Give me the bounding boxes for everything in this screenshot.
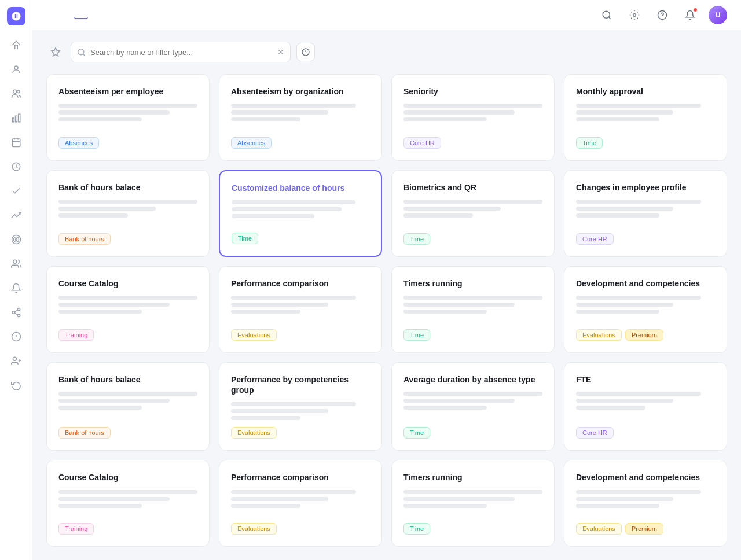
card-course-catalog-2[interactable]: Course CatalogTraining: [46, 460, 210, 547]
topbar-tabs: [58, 11, 88, 19]
card-tag-time[interactable]: Time: [576, 137, 603, 149]
topbar: U: [32, 0, 741, 30]
notification-icon-button[interactable]: [681, 6, 699, 24]
cards-grid: Absenteeism per employeeAbsencesAbsentee…: [46, 74, 727, 547]
card-monthly-approval[interactable]: Monthly approvalTime: [564, 74, 727, 161]
card-title: Absenteeism per employee: [58, 86, 197, 97]
card-timers-running-2[interactable]: Timers runningTime: [391, 460, 555, 547]
card-tag-premium[interactable]: Premium: [625, 329, 663, 341]
card-performance-by-competencies-group[interactable]: Performance by competencies groupEvaluat…: [219, 362, 382, 451]
card-bank-of-hours-balance-1[interactable]: Bank of hours balaceBank of hours: [46, 170, 210, 257]
sidebar-item-check[interactable]: [6, 180, 27, 201]
card-tags: Core HR: [576, 233, 715, 245]
card-development-and-competencies[interactable]: Development and competenciesEvaluationsP…: [564, 266, 727, 353]
card-line: [403, 104, 542, 108]
card-line: [576, 303, 673, 307]
card-development-and-competencies-2[interactable]: Development and competenciesEvaluationsP…: [564, 460, 727, 547]
filter-button[interactable]: [296, 43, 315, 61]
card-fte[interactable]: FTECore HR: [564, 362, 727, 451]
card-lines: [576, 200, 715, 226]
card-tag-evaluations[interactable]: Evaluations: [231, 523, 277, 535]
card-lines: [58, 490, 197, 517]
card-tag-evaluations[interactable]: Evaluations: [231, 427, 277, 439]
search-input-wrap[interactable]: ✕: [71, 42, 291, 62]
card-tag-time[interactable]: Time: [403, 523, 430, 535]
svg-point-13: [15, 239, 17, 241]
sidebar-item-clock[interactable]: [6, 156, 27, 177]
svg-rect-6: [12, 139, 20, 147]
user-avatar[interactable]: U: [709, 6, 727, 24]
card-tag-bankofhours[interactable]: Bank of hours: [58, 427, 111, 439]
svg-rect-5: [18, 114, 20, 122]
card-tag-corehr[interactable]: Core HR: [403, 137, 441, 149]
sidebar: [0, 0, 32, 560]
card-absenteeism-per-employee[interactable]: Absenteeism per employeeAbsences: [46, 74, 210, 161]
card-lines: [58, 296, 197, 322]
card-line: [58, 207, 156, 211]
card-line: [576, 213, 659, 218]
card-lines: [576, 392, 715, 420]
card-line: [403, 200, 542, 204]
card-tag-premium[interactable]: Premium: [625, 523, 663, 535]
card-tag-absences[interactable]: Absences: [231, 137, 272, 149]
card-tag-evaluations[interactable]: Evaluations: [576, 523, 622, 535]
sidebar-item-home[interactable]: [6, 35, 27, 56]
card-seniority[interactable]: SeniorityCore HR: [391, 74, 555, 161]
sidebar-item-people[interactable]: [6, 253, 27, 274]
card-changes-in-employee-profile[interactable]: Changes in employee profileCore HR: [564, 170, 727, 257]
card-tag-training[interactable]: Training: [58, 523, 94, 535]
card-lines: [58, 200, 197, 226]
card-tag-time[interactable]: Time: [403, 329, 430, 341]
card-tag-time[interactable]: Time: [232, 233, 258, 244]
card-tag-training[interactable]: Training: [58, 329, 94, 341]
card-tag-bankofhours[interactable]: Bank of hours: [58, 233, 111, 245]
search-icon-button[interactable]: [597, 6, 616, 24]
card-lines: [403, 200, 542, 226]
card-tag-evaluations[interactable]: Evaluations: [576, 329, 622, 341]
favorites-button[interactable]: [46, 43, 65, 61]
card-line: [403, 296, 542, 300]
svg-point-17: [17, 314, 20, 317]
card-timers-running[interactable]: Timers runningTime: [391, 266, 555, 353]
card-title: Changes in employee profile: [576, 182, 715, 193]
card-line: [403, 310, 487, 314]
sidebar-item-chart[interactable]: [6, 108, 27, 128]
card-tags: EvaluationsPremium: [576, 329, 715, 341]
filter-icon: [301, 47, 310, 57]
sidebar-item-history[interactable]: [6, 375, 27, 396]
tab-standard[interactable]: [58, 11, 72, 19]
card-customized-balance-of-hours[interactable]: Customized balance of hoursTime: [219, 170, 382, 257]
card-performance-comparison[interactable]: Performance comparisonEvaluations: [219, 266, 382, 353]
sidebar-item-target[interactable]: [6, 229, 27, 250]
card-course-catalog[interactable]: Course CatalogTraining: [46, 266, 210, 353]
svg-line-33: [83, 54, 85, 56]
card-performance-comparison-2[interactable]: Performance comparisonEvaluations: [219, 460, 382, 547]
card-absenteeism-by-organization[interactable]: Absenteeism by organizationAbsences: [219, 74, 382, 161]
help-icon-button[interactable]: [653, 6, 672, 24]
sidebar-item-trending[interactable]: [6, 205, 27, 226]
card-tag-time[interactable]: Time: [403, 233, 430, 245]
sidebar-item-calendar[interactable]: [6, 132, 27, 153]
app-logo[interactable]: [7, 7, 25, 25]
card-line: [403, 399, 515, 403]
card-average-duration-by-absence-type[interactable]: Average duration by absence typeTime: [391, 362, 555, 451]
card-tag-time[interactable]: Time: [403, 427, 430, 439]
card-tag-absences[interactable]: Absences: [58, 137, 99, 149]
sidebar-item-person-add[interactable]: [6, 351, 27, 371]
tab-premium[interactable]: [74, 11, 88, 19]
card-line: [58, 110, 170, 115]
sidebar-item-share[interactable]: [6, 302, 27, 323]
sidebar-item-user[interactable]: [6, 59, 27, 80]
settings-icon-button[interactable]: [625, 6, 644, 24]
card-tags: Time: [403, 523, 542, 535]
card-biometrics-and-qr[interactable]: Biometrics and QRTime: [391, 170, 555, 257]
card-tag-corehr[interactable]: Core HR: [576, 233, 614, 245]
card-tag-evaluations[interactable]: Evaluations: [231, 329, 277, 341]
sidebar-item-alert[interactable]: [6, 326, 27, 347]
search-input[interactable]: [90, 48, 273, 57]
sidebar-item-bell[interactable]: [6, 278, 27, 299]
card-bank-of-hours-balance-2[interactable]: Bank of hours balaceBank of hours: [46, 362, 210, 451]
search-clear-button[interactable]: ✕: [277, 47, 284, 57]
card-tag-corehr[interactable]: Core HR: [576, 427, 614, 439]
sidebar-item-users[interactable]: [6, 83, 27, 104]
